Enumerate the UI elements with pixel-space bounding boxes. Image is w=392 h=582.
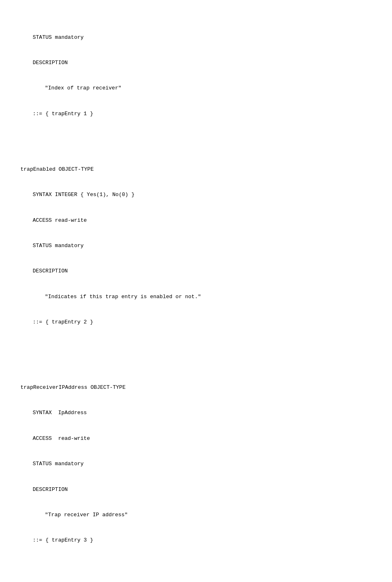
line-trapreceiver-header: trapReceiverIPAddress OBJECT-TYPE xyxy=(20,384,372,392)
line-description-2: DESCRIPTION xyxy=(20,267,372,276)
section-status-top: STATUS mandatory DESCRIPTION "Index of t… xyxy=(20,16,372,135)
line-status-mandatory-3: STATUS mandatory xyxy=(20,460,372,468)
line-description-1: DESCRIPTION xyxy=(20,59,372,67)
spacer-2b xyxy=(20,357,372,366)
line-syntax-integer: SYNTAX INTEGER { Yes(1), No(0) } xyxy=(20,191,372,199)
line-status-mandatory-1: STATUS mandatory xyxy=(20,33,372,42)
line-assign-3: ::= { trapEntry 3 } xyxy=(20,536,372,545)
spacer-1 xyxy=(20,138,372,148)
line-syntax-ipaddress: SYNTAX IpAddress xyxy=(20,409,372,417)
line-access-readwrite-2: ACCESS read-write xyxy=(20,435,372,443)
line-assign-1: ::= { trapEntry 1 } xyxy=(20,110,372,118)
spacer-2 xyxy=(20,347,372,357)
page-content: STATUS mandatory DESCRIPTION "Index of t… xyxy=(0,0,392,582)
line-indicates-trap: "Indicates if this trap entry is enabled… xyxy=(20,293,372,301)
section-trap-receiver-ip: trapReceiverIPAddress OBJECT-TYPE SYNTAX… xyxy=(20,366,372,562)
spacer-3 xyxy=(20,565,372,575)
line-assign-2: ::= { trapEntry 2 } xyxy=(20,318,372,327)
line-trap-receiver-ip-desc: "Trap receiver IP address" xyxy=(20,511,372,520)
line-status-mandatory-2: STATUS mandatory xyxy=(20,242,372,250)
section-trap-enabled: trapEnabled OBJECT-TYPE SYNTAX INTEGER {… xyxy=(20,148,372,343)
line-index-trap: "Index of trap receiver" xyxy=(20,84,372,93)
line-trapenabled-header: trapEnabled OBJECT-TYPE xyxy=(20,165,372,174)
line-access-readwrite-1: ACCESS read-write xyxy=(20,216,372,225)
section-trap-community: trapCommunity OBJECT-TYPE SYNTAX Display… xyxy=(20,575,372,582)
line-description-3: DESCRIPTION xyxy=(20,486,372,494)
